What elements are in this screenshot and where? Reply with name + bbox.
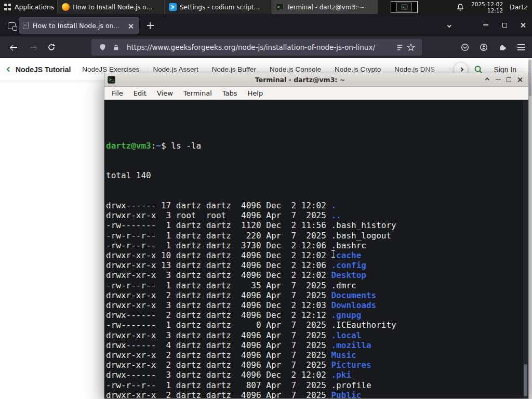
nav-scroll-left-icon[interactable] — [7, 67, 12, 72]
taskbar-item-title: Terminal - dartz@vm3: ~ — [287, 4, 365, 11]
terminal-icon — [401, 4, 408, 10]
file-meta: -rw------- 1 dartz dartz 1120 Dec 2 11:5… — [106, 220, 331, 230]
file-meta: -rw-r--r-- 1 dartz dartz 35 Apr 7 2025 — [106, 281, 331, 290]
panel-clock[interactable]: 2025-12-02 12:12 — [471, 1, 503, 14]
terminal-output-line: -rw------- 1 dartz dartz 0 Apr 7 2025 .I… — [106, 320, 528, 330]
site-nav-link[interactable]: Node.js Assert — [153, 65, 198, 73]
site-nav-link[interactable]: Node.js Console — [270, 65, 321, 73]
tab-close-button[interactable] — [126, 21, 135, 30]
codium-icon — [169, 3, 177, 11]
terminal-minimize-button[interactable] — [493, 75, 503, 85]
terminal-output-line: -rw------- 1 dartz dartz 1120 Dec 2 11:5… — [106, 220, 528, 230]
terminal-menu-edit[interactable]: Edit — [128, 89, 152, 97]
site-nav-link[interactable]: Node.js Crypto — [335, 65, 381, 73]
toolbar-right-icons — [457, 39, 529, 55]
terminal-menu-tabs[interactable]: Tabs — [217, 89, 243, 97]
browser-restore-button[interactable] — [497, 17, 512, 33]
menu-hamburger-icon[interactable] — [513, 39, 529, 55]
terminal-maximize-button[interactable] — [503, 75, 514, 85]
pocket-icon[interactable] — [457, 39, 473, 55]
terminal-menu-terminal[interactable]: Terminal — [178, 89, 217, 97]
firefox-view-icon — [8, 22, 16, 29]
plus-icon — [147, 22, 154, 29]
file-name: Downloads — [331, 300, 376, 310]
close-icon — [128, 23, 133, 28]
account-icon[interactable] — [476, 39, 491, 55]
session-user-menu[interactable]: Dartz — [510, 3, 527, 11]
firefox-view-button[interactable] — [5, 20, 18, 31]
file-name: Pictures — [331, 360, 371, 370]
terminal-close-button[interactable] — [514, 75, 525, 85]
site-nav-current[interactable]: NodeJS Tutorial — [16, 65, 71, 74]
new-tab-button[interactable] — [143, 19, 157, 32]
file-meta: drwx------ 3 dartz dartz 4096 Dec 2 12:0… — [106, 370, 331, 380]
forward-button[interactable] — [25, 39, 41, 55]
file-name: .bash_history — [331, 220, 396, 230]
site-nav-link[interactable]: NodeJS Exercises — [82, 65, 139, 73]
clock-date: 2025-12-02 — [471, 1, 503, 7]
reload-button[interactable] — [44, 39, 59, 55]
workspace-pager[interactable] — [391, 1, 418, 13]
terminal-menu-help[interactable]: Help — [243, 89, 269, 97]
file-name: Public — [331, 390, 361, 398]
file-meta: drwx------ 2 dartz dartz 4096 Dec 2 12:1… — [106, 310, 331, 320]
file-name: Documents — [331, 290, 376, 300]
browser-toolbar: https://www.geeksforgeeks.org/node-js/in… — [0, 36, 532, 58]
file-meta: drwxr-xr-x 13 dartz dartz 4096 Dec 2 12:… — [106, 260, 331, 270]
file-meta: drwxr-xr-x 3 dartz dartz 4096 Dec 2 12:0… — [106, 300, 331, 310]
applications-menu-button[interactable]: Applications — [0, 0, 59, 14]
taskbar-item[interactable]: Terminal - dartz@vm3: ~ — [271, 0, 378, 14]
file-meta: -rw------- 1 dartz dartz 0 Apr 7 2025 — [106, 320, 331, 330]
terminal-scrollbar[interactable] — [523, 100, 528, 398]
file-name: .gnupg — [331, 310, 361, 320]
browser-tab-active[interactable]: How to Install Node.js on... — [19, 17, 139, 34]
clock-time: 12:12 — [471, 7, 503, 14]
terminal-output-line: -rw-r--r-- 1 dartz dartz 35 Apr 7 2025 .… — [106, 281, 528, 290]
file-name: .. — [331, 210, 341, 220]
site-nav-link[interactable]: Node — [448, 65, 453, 73]
terminal-output-line: drwxr-xr-x 2 dartz dartz 4096 Apr 7 2025… — [106, 390, 528, 398]
file-meta: drwx------ 17 dartz dartz 4096 Dec 2 12:… — [106, 201, 331, 210]
extensions-icon[interactable] — [495, 39, 510, 55]
chevron-right-icon — [459, 68, 463, 72]
list-all-tabs-button[interactable] — [443, 19, 456, 32]
back-button[interactable] — [6, 39, 22, 55]
notifications-bell-icon[interactable] — [456, 3, 464, 11]
site-nav-link[interactable]: Node.js Buffer — [212, 65, 256, 73]
terminal-menu-view[interactable]: View — [152, 89, 178, 97]
browser-minimize-button[interactable] — [478, 17, 494, 33]
desktop: Applications How to Install Node.js o...… — [0, 0, 532, 399]
terminal-menu-file[interactable]: File — [107, 89, 128, 97]
site-nav-link[interactable]: Node.js DNS — [394, 65, 435, 73]
firefox-icon — [62, 3, 70, 11]
terminal-scrollbar-thumb[interactable] — [524, 364, 527, 396]
terminal-output-line: drwx------ 4 dartz dartz 4096 Apr 7 2025… — [106, 340, 528, 350]
terminal-prompt-line: dartz@vm3:~$ls -la — [106, 141, 528, 151]
site-nav-links: NodeJS ExercisesNode.js AssertNode.js Bu… — [82, 65, 453, 73]
taskbar: How to Install Node.js o...Settings - co… — [57, 0, 378, 14]
applications-icon — [4, 4, 11, 10]
prompt-user-host: dartz@vm3 — [106, 141, 151, 151]
file-name: .dmrc — [331, 281, 356, 290]
applications-label: Applications — [15, 3, 54, 11]
bookmark-star-icon[interactable] — [405, 42, 417, 53]
tracking-shield-icon[interactable] — [97, 42, 108, 53]
arrow-left-icon — [10, 44, 18, 51]
terminal-output-line: drwxr-xr-x 2 dartz dartz 4096 Apr 7 2025… — [106, 360, 528, 370]
lock-icon[interactable] — [110, 42, 122, 53]
terminal-window: Terminal - dartz@vm3: ~ FileEditViewTerm… — [104, 73, 529, 399]
terminal-total-line: total 140 — [106, 170, 528, 180]
address-bar[interactable]: https://www.geeksforgeeks.org/node-js/in… — [91, 39, 422, 56]
terminal-shade-button[interactable] — [482, 75, 493, 85]
close-icon — [521, 22, 526, 28]
file-meta: drwx------ 4 dartz dartz 4096 Apr 7 2025 — [106, 340, 331, 350]
terminal-output-line: drwx------ 3 dartz dartz 4096 Dec 2 12:0… — [106, 370, 528, 380]
browser-close-button[interactable] — [515, 17, 531, 33]
terminal-output-line: drwx------ 2 dartz dartz 4096 Dec 2 12:1… — [106, 310, 528, 320]
terminal-screen[interactable]: dartz@vm3:~$ls -la total 140 drwx------ … — [104, 100, 528, 398]
reader-mode-icon[interactable] — [394, 42, 405, 53]
taskbar-item[interactable]: How to Install Node.js o... — [57, 0, 164, 14]
page-favicon — [23, 22, 29, 29]
terminal-titlebar[interactable]: Terminal - dartz@vm3: ~ — [104, 73, 528, 87]
taskbar-item[interactable]: Settings - codium script... — [164, 0, 271, 14]
